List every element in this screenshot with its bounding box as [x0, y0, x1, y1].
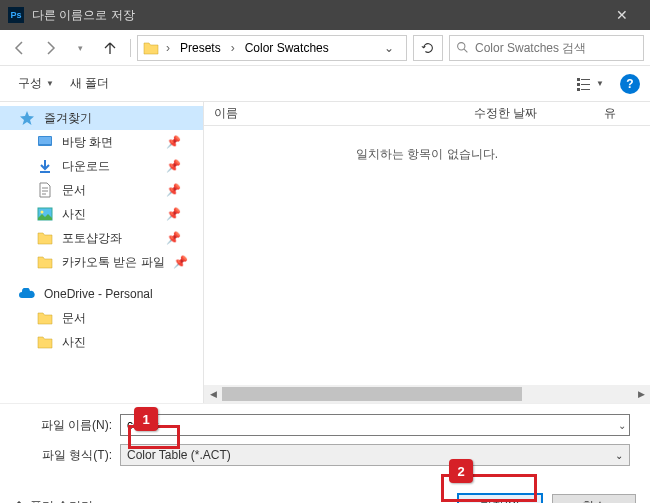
pin-icon: 📌: [166, 135, 195, 149]
desktop-icon: [36, 133, 54, 151]
cancel-button[interactable]: 취소: [552, 494, 636, 503]
scroll-right-icon[interactable]: ▶: [632, 385, 650, 403]
pin-icon: 📌: [173, 255, 202, 269]
svg-rect-5: [577, 88, 580, 91]
sidebar-item-desktop[interactable]: 바탕 화면 📌: [0, 130, 203, 154]
sidebar-item-label: 즐겨찾기: [44, 110, 195, 127]
sidebar-od-pictures[interactable]: 사진: [0, 330, 203, 354]
column-headers: 이름 수정한 날짜 유: [204, 102, 650, 126]
search-icon: [456, 41, 469, 54]
sidebar-item-label: 사진: [62, 334, 195, 351]
pin-icon: 📌: [166, 183, 195, 197]
sidebar-item-label: 다운로드: [62, 158, 158, 175]
new-folder-label: 새 폴더: [70, 75, 109, 92]
sidebar-item-label: 사진: [62, 206, 158, 223]
nav-bar: ▾ › Presets › Color Swatches ⌄: [0, 30, 650, 66]
sidebar-item-kakao[interactable]: 카카오톡 받은 파일 📌: [0, 250, 203, 274]
pin-icon: 📌: [166, 159, 195, 173]
breadcrumb-presets[interactable]: Presets: [176, 39, 225, 57]
sidebar-onedrive[interactable]: OneDrive - Personal: [0, 282, 203, 306]
col-name[interactable]: 이름: [204, 102, 464, 125]
svg-rect-8: [39, 137, 51, 144]
scrollbar-horizontal[interactable]: ◀ ▶: [204, 385, 650, 403]
chevron-down-icon: ⌄: [615, 450, 623, 461]
refresh-button[interactable]: [413, 35, 443, 61]
filename-dropdown[interactable]: ⌄: [618, 420, 626, 431]
svg-point-11: [41, 211, 44, 214]
arrow-left-icon: [12, 40, 28, 56]
svg-rect-9: [40, 171, 50, 173]
cloud-icon: [18, 285, 36, 303]
svg-rect-4: [581, 84, 590, 85]
sidebar-item-label: 카카오톡 받은 파일: [62, 254, 165, 271]
star-icon: [18, 109, 36, 127]
breadcrumb-swatches[interactable]: Color Swatches: [241, 39, 333, 57]
chevron-up-icon: ⌃: [14, 499, 24, 503]
chevron-right-icon: ›: [229, 41, 237, 55]
sidebar-item-label: 문서: [62, 182, 158, 199]
title-bar: Ps 다른 이름으로 저장 ✕: [0, 0, 650, 30]
sidebar-item-pictures[interactable]: 사진 📌: [0, 202, 203, 226]
sidebar-quick-access[interactable]: 즐겨찾기: [0, 106, 203, 130]
help-button[interactable]: ?: [620, 74, 640, 94]
picture-icon: [36, 205, 54, 223]
content-pane: 이름 수정한 날짜 유 일치하는 항목이 없습니다. ◀ ▶: [204, 102, 650, 403]
file-list[interactable]: 일치하는 항목이 없습니다.: [204, 126, 650, 385]
bottom-panel: 파일 이름(N): ⌄ 파일 형식(T): Color Table (*.ACT…: [0, 403, 650, 484]
sidebar-item-documents[interactable]: 문서 📌: [0, 178, 203, 202]
arrow-right-icon: [42, 40, 58, 56]
hide-folders-label: 폴더 숨기기: [30, 498, 93, 504]
folder-icon: [36, 309, 54, 327]
sidebar-item-downloads[interactable]: 다운로드 📌: [0, 154, 203, 178]
folder-icon: [142, 39, 160, 57]
svg-point-0: [458, 43, 465, 50]
svg-rect-1: [577, 78, 580, 81]
recent-dropdown[interactable]: ▾: [66, 35, 94, 61]
search-box[interactable]: [449, 35, 644, 61]
new-folder-button[interactable]: 새 폴더: [62, 71, 117, 96]
ps-text: Ps: [10, 10, 21, 20]
sidebar-od-documents[interactable]: 문서: [0, 306, 203, 330]
col-type[interactable]: 유: [594, 102, 634, 125]
filename-input[interactable]: [120, 414, 630, 436]
arrow-up-icon: [102, 40, 118, 56]
forward-button[interactable]: [36, 35, 64, 61]
document-icon: [36, 181, 54, 199]
close-button[interactable]: ✕: [602, 0, 642, 30]
address-dropdown[interactable]: ⌄: [376, 41, 402, 55]
search-input[interactable]: [475, 41, 637, 55]
scroll-left-icon[interactable]: ◀: [204, 385, 222, 403]
scroll-thumb[interactable]: [222, 387, 522, 401]
app-icon: Ps: [8, 7, 24, 23]
folder-icon: [36, 333, 54, 351]
col-label: 유: [604, 105, 616, 122]
chevron-right-icon: ›: [164, 41, 172, 55]
col-label: 수정한 날짜: [474, 105, 537, 122]
sidebar: 즐겨찾기 바탕 화면 📌 다운로드 📌 문서 📌 사진 📌 포토샵강좌 📌: [0, 102, 204, 403]
up-button[interactable]: [96, 35, 124, 61]
filetype-select[interactable]: Color Table (*.ACT) ⌄: [120, 444, 630, 466]
sidebar-item-label: 바탕 화면: [62, 134, 158, 151]
pin-icon: 📌: [166, 207, 195, 221]
address-bar[interactable]: › Presets › Color Swatches ⌄: [137, 35, 407, 61]
col-date[interactable]: 수정한 날짜: [464, 102, 594, 125]
back-button[interactable]: [6, 35, 34, 61]
annotation-marker-1: 1: [134, 407, 158, 431]
filetype-label: 파일 형식(T):: [20, 447, 120, 464]
svg-rect-3: [577, 83, 580, 86]
filename-label: 파일 이름(N):: [20, 417, 120, 434]
hide-folders-button[interactable]: ⌃ 폴더 숨기기: [14, 498, 93, 504]
sidebar-item-pslecture[interactable]: 포토샵강좌 📌: [0, 226, 203, 250]
col-label: 이름: [214, 105, 238, 122]
folder-icon: [36, 229, 54, 247]
organize-button[interactable]: 구성 ▼: [10, 71, 62, 96]
save-button[interactable]: 저장(S): [458, 494, 542, 503]
pin-icon: 📌: [166, 231, 195, 245]
toolbar: 구성 ▼ 새 폴더 ▼ ?: [0, 66, 650, 102]
sidebar-item-label: 문서: [62, 310, 195, 327]
chevron-down-icon: ▼: [596, 79, 604, 88]
folder-icon: [36, 253, 54, 271]
view-options-button[interactable]: ▼: [568, 73, 612, 95]
svg-rect-2: [581, 79, 590, 80]
chevron-down-icon: ▼: [46, 79, 54, 88]
